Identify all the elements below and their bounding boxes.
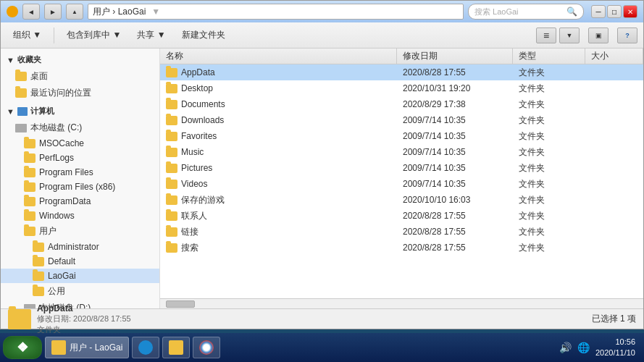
file-type: 文件夹 (513, 178, 585, 190)
sidebar-item-desktop[interactable]: 桌面 (1, 68, 159, 85)
folder-icon (33, 272, 44, 281)
minimize-button[interactable]: ─ (591, 5, 606, 18)
organize-button[interactable]: 组织 ▼ (7, 25, 48, 46)
file-date: 2020/10/31 19:20 (397, 83, 513, 93)
taskbar-folder-icon (169, 340, 183, 355)
folder-icon (33, 287, 44, 296)
address-path: 用户 › LaoGai (93, 6, 146, 18)
sidebar-item-recent[interactable]: 最近访问的位置 (1, 85, 159, 101)
search-bar[interactable]: 搜索 LaoGai 🔍 (468, 4, 584, 20)
address-bar[interactable]: 用户 › LaoGai ▼ (88, 4, 464, 20)
sidebar-item-users[interactable]: 用户 (1, 223, 159, 240)
sidebar-item-local-c[interactable]: 本地磁盘 (C:) (1, 119, 159, 136)
sidebar-item-laogai[interactable]: LaoGai (1, 269, 159, 283)
taskbar-item-explorer[interactable]: 用户 - LaoGai (45, 337, 129, 358)
views-dropdown[interactable]: ▼ (559, 28, 580, 43)
file-name: 联系人 (160, 210, 397, 222)
file-type: 文件夹 (513, 226, 585, 238)
up-button[interactable]: ▲ (66, 4, 83, 20)
sidebar-item-msocache[interactable]: MSOCache (1, 136, 159, 151)
taskbar-item-ie[interactable] (132, 337, 159, 358)
table-row[interactable]: Downloads2009/7/14 10:35文件夹 (160, 112, 643, 128)
back-button[interactable]: ◄ (22, 4, 40, 20)
clock: 10:56 2020/11/10 (595, 337, 635, 359)
preview-info: AppData 修改日期: 2020/8/28 17:55 文件夹 (37, 303, 131, 335)
table-row[interactable]: 联系人2020/8/28 17:55文件夹 (160, 208, 643, 224)
views-button[interactable]: ≡ (536, 28, 556, 43)
col-header-name[interactable]: 名称 (160, 49, 397, 64)
preview-date: 修改日期: 2020/8/28 17:55 (37, 313, 131, 324)
computer-icon (17, 107, 28, 116)
file-name: 搜索 (160, 242, 397, 254)
table-row[interactable]: Pictures2009/7/14 10:35文件夹 (160, 160, 643, 176)
sidebar-item-programdata[interactable]: ProgramData (1, 194, 159, 209)
file-type: 文件夹 (513, 210, 585, 222)
taskbar: ❖ 用户 - LaoGai 🔊 🌐 10:56 2020/11/10 (0, 333, 644, 362)
folder-icon (15, 72, 27, 81)
sidebar-item-perflogs[interactable]: PerfLogs (1, 151, 159, 165)
table-row[interactable]: Desktop2020/10/31 19:20文件夹 (160, 80, 643, 96)
drive-icon (15, 124, 27, 132)
start-button[interactable]: ❖ (3, 336, 42, 359)
maximize-button[interactable]: □ (607, 5, 622, 18)
file-name: Desktop (160, 83, 397, 93)
file-name: Music (160, 147, 397, 157)
forward-button[interactable]: ► (44, 4, 62, 20)
sidebar-item-default[interactable]: Default (1, 254, 159, 269)
col-header-size[interactable]: 大小 (585, 49, 643, 64)
file-date: 2020/10/10 16:03 (397, 195, 513, 205)
statusbar: AppData 修改日期: 2020/8/28 17:55 文件夹 已选择 1 … (1, 308, 643, 329)
col-header-date[interactable]: 修改日期 (397, 49, 513, 64)
favorites-section: ▼ 收藏夹 桌面 最近访问的位置 (1, 51, 159, 101)
file-type: 文件夹 (513, 114, 585, 127)
sidebar-item-windows[interactable]: Windows (1, 209, 159, 223)
h-scroll-thumb[interactable] (166, 300, 195, 308)
close-button[interactable]: ✕ (623, 5, 637, 18)
table-row[interactable]: 搜索2020/8/28 17:55文件夹 (160, 240, 643, 256)
file-date: 2009/7/14 10:35 (397, 115, 513, 125)
taskbar-item-chrome[interactable] (193, 337, 220, 358)
table-row[interactable]: Videos2009/7/14 10:35文件夹 (160, 176, 643, 192)
file-name: Favorites (160, 131, 397, 141)
folder-icon (166, 148, 177, 157)
computer-header[interactable]: ▼ 计算机 (1, 103, 159, 119)
col-header-type[interactable]: 类型 (513, 49, 585, 64)
folder-icon (166, 116, 177, 125)
sidebar-item-programfiles[interactable]: Program Files (1, 165, 159, 180)
start-icon: ❖ (17, 340, 28, 355)
folder-icon (24, 227, 35, 236)
sidebar-item-programfiles-x86[interactable]: Program Files (x86) (1, 180, 159, 194)
table-row[interactable]: 链接2020/8/28 17:55文件夹 (160, 224, 643, 240)
taskbar-item-folder[interactable] (162, 337, 190, 358)
folder-icon (15, 88, 27, 98)
file-date: 2020/8/28 17:55 (397, 67, 513, 77)
file-type: 文件夹 (513, 242, 585, 254)
table-row[interactable]: Music2009/7/14 10:35文件夹 (160, 144, 643, 160)
favorites-header[interactable]: ▼ 收藏夹 (1, 51, 159, 68)
sidebar-item-public[interactable]: 公用 (1, 283, 159, 300)
folder-icon (166, 100, 177, 109)
help-button[interactable]: ? (617, 28, 637, 43)
file-header: 名称 修改日期 类型 大小 (160, 49, 643, 64)
share-button[interactable]: 共享 ▼ (130, 25, 172, 46)
preview-pane-button[interactable]: ▣ (588, 28, 609, 43)
table-row[interactable]: Documents2020/8/29 17:38文件夹 (160, 96, 643, 112)
folder-icon (166, 180, 177, 189)
new-folder-button[interactable]: 新建文件夹 (175, 25, 232, 46)
file-name: Pictures (160, 163, 397, 173)
horizontal-scrollbar[interactable] (160, 298, 643, 308)
file-type: 文件夹 (513, 98, 585, 111)
sidebar-item-administrator[interactable]: Administrator (1, 240, 159, 254)
table-row[interactable]: AppData2020/8/28 17:55文件夹 (160, 64, 643, 80)
table-row[interactable]: 保存的游戏2020/10/10 16:03文件夹 (160, 192, 643, 208)
toolbar: 组织 ▼ 包含到库中 ▼ 共享 ▼ 新建文件夹 ≡ ▼ ▣ ? (1, 22, 643, 49)
file-list[interactable]: AppData2020/8/28 17:55文件夹Desktop2020/10/… (160, 64, 643, 298)
folder-icon (24, 197, 35, 206)
file-date: 2009/7/14 10:35 (397, 131, 513, 141)
taskbar-chrome-icon (199, 340, 214, 355)
folder-icon (166, 211, 177, 221)
include-library-button[interactable]: 包含到库中 ▼ (60, 25, 127, 46)
file-name: AppData (160, 67, 397, 77)
file-type: 文件夹 (513, 130, 585, 143)
table-row[interactable]: Favorites2009/7/14 10:35文件夹 (160, 128, 643, 144)
